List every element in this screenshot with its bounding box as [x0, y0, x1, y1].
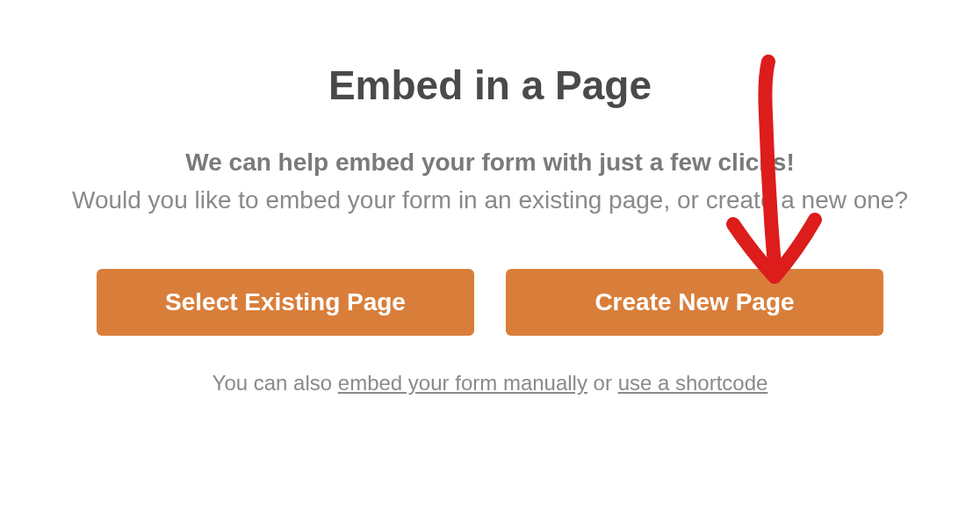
modal-subtitle-light: Would you like to embed your form in an …: [53, 181, 927, 221]
modal-subtitle-bold: We can help embed your form with just a …: [53, 144, 927, 181]
use-shortcode-link[interactable]: use a shortcode: [618, 371, 768, 395]
embed-manually-link[interactable]: embed your form manually: [338, 371, 587, 395]
footer-middle: or: [587, 371, 618, 395]
button-row: Select Existing Page Create New Page: [53, 269, 927, 336]
footer-text: You can also embed your form manually or…: [53, 371, 927, 396]
embed-modal: Embed in a Page We can help embed your f…: [0, 0, 980, 508]
modal-title: Embed in a Page: [53, 62, 927, 109]
footer-prefix: You can also: [213, 371, 338, 395]
create-new-page-button[interactable]: Create New Page: [506, 269, 883, 336]
select-existing-page-button[interactable]: Select Existing Page: [97, 269, 474, 336]
